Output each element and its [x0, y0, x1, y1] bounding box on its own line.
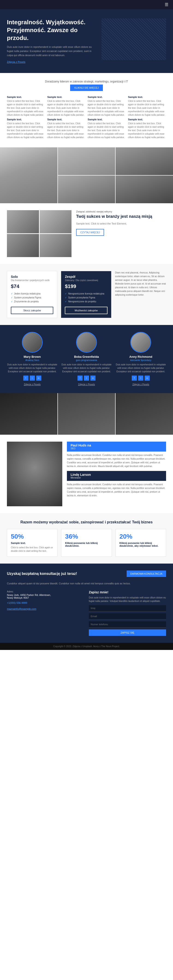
member-role: Analizuj Sieci [7, 359, 57, 361]
twitter-icon[interactable]: t [138, 375, 143, 381]
consultation-cta-button[interactable]: DARMOWA KONSULTACJA [127, 571, 166, 577]
hero-subtitle: Duis aute irure dolor in reprehenderit i… [7, 45, 97, 57]
advisory-item-text-2: Click to select the text box. Click agai… [47, 122, 85, 139]
linkedin-icon[interactable]: in [90, 375, 95, 381]
stats-section: Razem możemy wyobrażać sobie, zainspirow… [0, 513, 173, 563]
mission-label: Zwiąrać zdolność swojej witryny [76, 210, 166, 213]
plan-button[interactable]: Skocz zakupów [11, 307, 53, 314]
advisory-item: Sample text. Click to select the text bo… [128, 95, 166, 140]
profile-info: Paul Huds na SEO Nulla porttitor accumsa… [67, 442, 166, 506]
photo-cell [116, 147, 173, 175]
photo-cell [116, 175, 173, 203]
member-bio: Duis aute irure dolor in reprehenderit i… [7, 363, 57, 373]
feature-item: Nieograniczone licencja redakcyjna [65, 292, 107, 296]
advisory-cta-button[interactable]: KLIKNIJ SIĘ WIĘCEJ [70, 84, 103, 91]
plan-price: $199 [65, 283, 107, 290]
form-desc: Duis aute irure dolor in reprehenderit i… [89, 596, 166, 603]
consultation-title: Uzyskaj bezpłatną konsultację już teraz! [7, 572, 77, 576]
advisory-item-title-2: Sample text. [47, 118, 85, 121]
advisory-item-title: Sample text. [128, 95, 166, 99]
advisory-item-title: Sample text. [88, 95, 126, 99]
twitter-icon[interactable]: t [84, 375, 89, 381]
footer: Copyright © 2023. Zdjęcia z Unsplash. Ik… [0, 643, 173, 650]
stat-card-2: 36% Kliknij ponownie lub kliknij dwukrot… [61, 529, 112, 557]
member-name: Boba Greenfielda [61, 355, 112, 358]
profile-photo [7, 442, 62, 506]
linkedin-icon[interactable]: in [144, 375, 150, 381]
consultation-section: Uzyskaj bezpłatną konsultację już teraz!… [0, 563, 173, 643]
address-value: Nowy Jork, 4456 Parker Rd. Allentown, No… [7, 593, 84, 599]
advisory-item-title-2: Sample text. [88, 118, 126, 121]
dark-cell [116, 393, 173, 435]
stat-card-1: 50% Sample text. Click to select the tex… [7, 529, 57, 557]
address-group: Adres: Nowy Jork, 4456 Parker Rd. Allent… [7, 590, 84, 599]
advisory-item: Sample text. Click to select the text bo… [88, 95, 126, 140]
advisory-section: Doradzamy liderom w zakresie strategii, … [0, 73, 173, 147]
team-member-2: Boba Greenfielda guru programowania Duis… [61, 332, 112, 386]
email-link[interactable]: maznainfo@example.com [7, 608, 36, 610]
photo-grid [0, 147, 173, 203]
hero-link[interactable]: Zdjęcia z Pexels [7, 60, 25, 63]
team-member-3: Anny Richmond kierownik Sprzedaży Duis a… [116, 332, 166, 386]
member-role: guru programowania [61, 359, 112, 361]
footer-text: Copyright © 2023. Zdjęcia z Unsplash. Ik… [53, 645, 120, 648]
form-submit-button[interactable]: ZAPISZ SIĘ [89, 629, 166, 636]
hamburger-icon[interactable]: ☰ [165, 2, 168, 7]
advisory-item-title-2: Sample text. [7, 118, 45, 121]
feature-item: System przesyłania Figma [11, 296, 53, 299]
advisory-item-title: Sample text. [7, 95, 45, 99]
advisory-item-text-2: Click to select the text box. Click agai… [88, 122, 126, 139]
hero-title: Integralność. Wyjątkowość. Przyjemność. … [7, 19, 97, 42]
facebook-icon[interactable]: f [132, 375, 137, 381]
feature-item: Jeden licencja redakcyjna [11, 292, 53, 296]
facebook-icon[interactable]: f [23, 375, 29, 381]
pricing-description: Diam nec erat placerat, rhoncus. Adipisc… [115, 271, 166, 318]
advisory-item: Sample text. Click to select the text bo… [7, 95, 45, 140]
pricing-card-solo: Solo Dla freelancerów i pojedynczych osó… [7, 271, 57, 318]
photo-cell [0, 147, 57, 203]
pricing-desc-text: Diam nec erat placerat, rhoncus. Adipisc… [115, 271, 166, 297]
avatar-2 [76, 332, 97, 353]
linkedin-icon[interactable]: in [36, 375, 41, 381]
avatar-1 [22, 332, 43, 353]
profile-role-1: SEO [71, 447, 162, 450]
advisory-item-text: Click to select the text box. Click agai… [128, 99, 166, 117]
member-name: Anny Richmond [116, 355, 166, 358]
form-phone-input[interactable] [89, 621, 166, 628]
dark-photo-strip [0, 393, 173, 435]
plan-name: Solo [11, 275, 53, 278]
photo-cell [58, 175, 115, 203]
mission-img [7, 210, 39, 233]
team-link[interactable]: Zdjęcie z Pexels [24, 383, 41, 386]
plan-desc: Dla freelancerów i pojedynczych osób [11, 279, 53, 282]
mission-img [40, 234, 72, 257]
team-link[interactable]: Zdjęcie z Pexels [132, 383, 149, 386]
twitter-icon[interactable]: t [30, 375, 35, 381]
phone-group: +1(555) 556-9999 [7, 601, 84, 604]
email-group: maznainfo@example.com [7, 606, 84, 611]
mission-cta-button[interactable]: CZYTAJ WIĘCEJ [76, 229, 104, 236]
phone-value: +1(555) 556-9999 [7, 601, 84, 604]
advisory-item-text: Click to select the text box. Click agai… [47, 99, 85, 117]
team-link[interactable]: Zdjęcie z Pexels [78, 383, 95, 386]
dark-cell [0, 393, 57, 435]
plan-price: $74 [11, 283, 53, 290]
hero-text: Integralność. Wyjątkowość. Przyjemność. … [7, 19, 97, 64]
advisory-item: Sample text. Click to select the text bo… [47, 95, 85, 140]
facebook-icon[interactable]: f [78, 375, 83, 381]
address-label: Adres: [7, 590, 84, 593]
profile-card-2: Lindę Larson Menedżer [67, 471, 166, 481]
stat-label: Kliknij ponownie lub kliknij dwukrotnie,… [119, 542, 162, 547]
stat-label: Sample text. [11, 542, 54, 544]
avatar-3 [130, 332, 151, 353]
social-icons: f t in [61, 375, 112, 381]
advisory-item-title: Sample text. [47, 95, 85, 99]
dark-cell [58, 393, 115, 435]
form-email-input[interactable] [89, 613, 166, 619]
stat-label: Kliknij ponownie lub kliknij dwukrotnie. [65, 542, 108, 547]
profile-desc-1: Nulla porttitor accumsan tincidunt. Cura… [67, 453, 166, 468]
form-name-input[interactable] [89, 605, 166, 611]
plan-button[interactable]: Możliwości zakupów [65, 307, 107, 314]
consultation-form: Zapisz mnie! Duis aute irure dolor in re… [89, 590, 166, 636]
stat-text: Click to select the text box. Click agai… [11, 546, 54, 553]
